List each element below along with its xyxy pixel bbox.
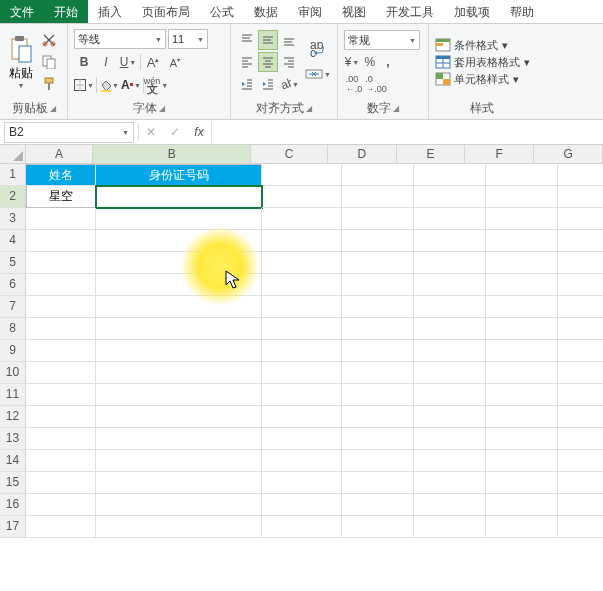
- cell-F8[interactable]: [486, 318, 558, 340]
- column-header-D[interactable]: D: [328, 145, 397, 164]
- cell-F11[interactable]: [486, 384, 558, 406]
- row-header-9[interactable]: 9: [0, 340, 26, 362]
- cell-A13[interactable]: [26, 428, 96, 450]
- cell-G12[interactable]: [558, 406, 603, 428]
- column-header-F[interactable]: F: [465, 145, 534, 164]
- shrink-font-button[interactable]: A▾: [165, 52, 185, 72]
- cell-G8[interactable]: [558, 318, 603, 340]
- cell-F2[interactable]: [486, 186, 558, 208]
- cell-B3[interactable]: [96, 208, 262, 230]
- cell-B17[interactable]: [96, 516, 262, 538]
- cell-F6[interactable]: [486, 274, 558, 296]
- wrap-text-button[interactable]: abc: [305, 40, 331, 60]
- phonetic-button[interactable]: wén文▼: [146, 75, 166, 95]
- row-header-11[interactable]: 11: [0, 384, 26, 406]
- alignment-dialog-launcher[interactable]: ◢: [306, 104, 312, 113]
- cell-G1[interactable]: [558, 164, 603, 186]
- cell-D7[interactable]: [342, 296, 414, 318]
- cell-G11[interactable]: [558, 384, 603, 406]
- cell-C14[interactable]: [262, 450, 342, 472]
- cell-G6[interactable]: [558, 274, 603, 296]
- decrease-indent-button[interactable]: [237, 74, 257, 94]
- merge-center-button[interactable]: ▼: [305, 64, 331, 84]
- cell-G3[interactable]: [558, 208, 603, 230]
- row-header-1[interactable]: 1: [0, 164, 26, 186]
- cell-B9[interactable]: [96, 340, 262, 362]
- row-header-13[interactable]: 13: [0, 428, 26, 450]
- row-header-2[interactable]: 2: [0, 186, 26, 208]
- cell-G5[interactable]: [558, 252, 603, 274]
- cancel-formula-button[interactable]: ✕: [139, 122, 163, 143]
- row-header-5[interactable]: 5: [0, 252, 26, 274]
- cell-E10[interactable]: [414, 362, 486, 384]
- cell-F5[interactable]: [486, 252, 558, 274]
- cells-area[interactable]: 姓名身份证号码星空: [26, 164, 603, 538]
- align-top-button[interactable]: [237, 30, 257, 50]
- cell-C15[interactable]: [262, 472, 342, 494]
- cell-G15[interactable]: [558, 472, 603, 494]
- cell-E17[interactable]: [414, 516, 486, 538]
- cell-D11[interactable]: [342, 384, 414, 406]
- cell-E6[interactable]: [414, 274, 486, 296]
- cell-B13[interactable]: [96, 428, 262, 450]
- cell-C17[interactable]: [262, 516, 342, 538]
- cell-F3[interactable]: [486, 208, 558, 230]
- cell-E7[interactable]: [414, 296, 486, 318]
- cell-D17[interactable]: [342, 516, 414, 538]
- tab-home[interactable]: 开始: [44, 0, 88, 23]
- cell-F1[interactable]: [486, 164, 558, 186]
- cell-D1[interactable]: [342, 164, 414, 186]
- name-box[interactable]: B2▼: [4, 122, 134, 143]
- cell-G10[interactable]: [558, 362, 603, 384]
- align-center-button[interactable]: [258, 52, 278, 72]
- copy-button[interactable]: [38, 52, 60, 72]
- column-header-G[interactable]: G: [534, 145, 603, 164]
- grow-font-button[interactable]: A▴: [143, 52, 163, 72]
- cell-A3[interactable]: [26, 208, 96, 230]
- row-header-7[interactable]: 7: [0, 296, 26, 318]
- tab-view[interactable]: 视图: [332, 0, 376, 23]
- cell-G17[interactable]: [558, 516, 603, 538]
- row-header-15[interactable]: 15: [0, 472, 26, 494]
- cell-F7[interactable]: [486, 296, 558, 318]
- font-dialog-launcher[interactable]: ◢: [159, 104, 165, 113]
- cut-button[interactable]: [38, 30, 60, 50]
- column-header-A[interactable]: A: [26, 145, 93, 164]
- percent-button[interactable]: %: [362, 52, 378, 72]
- cell-E3[interactable]: [414, 208, 486, 230]
- cell-G16[interactable]: [558, 494, 603, 516]
- cell-E9[interactable]: [414, 340, 486, 362]
- cell-C12[interactable]: [262, 406, 342, 428]
- cell-F17[interactable]: [486, 516, 558, 538]
- cell-F15[interactable]: [486, 472, 558, 494]
- align-middle-button[interactable]: [258, 30, 278, 50]
- cell-A11[interactable]: [26, 384, 96, 406]
- cell-B10[interactable]: [96, 362, 262, 384]
- font-color-button[interactable]: A▼: [121, 75, 141, 95]
- borders-button[interactable]: ▼: [74, 75, 94, 95]
- cell-G14[interactable]: [558, 450, 603, 472]
- cell-E13[interactable]: [414, 428, 486, 450]
- cell-B7[interactable]: [96, 296, 262, 318]
- cell-B4[interactable]: [96, 230, 262, 252]
- cell-A12[interactable]: [26, 406, 96, 428]
- tab-file[interactable]: 文件: [0, 0, 44, 23]
- cell-E1[interactable]: [414, 164, 486, 186]
- conditional-format-button[interactable]: 条件格式▾: [435, 38, 530, 53]
- cell-styles-button[interactable]: 单元格样式▾: [435, 72, 530, 87]
- decrease-decimal-button[interactable]: .0→.00: [366, 74, 386, 94]
- cell-E16[interactable]: [414, 494, 486, 516]
- cell-A6[interactable]: [26, 274, 96, 296]
- cell-C5[interactable]: [262, 252, 342, 274]
- cell-A15[interactable]: [26, 472, 96, 494]
- row-header-17[interactable]: 17: [0, 516, 26, 538]
- clipboard-dialog-launcher[interactable]: ◢: [50, 104, 56, 113]
- paste-button[interactable]: 粘贴 ▼: [8, 35, 34, 89]
- row-header-8[interactable]: 8: [0, 318, 26, 340]
- cell-B5[interactable]: [96, 252, 262, 274]
- tab-developer[interactable]: 开发工具: [376, 0, 444, 23]
- cell-B1[interactable]: 身份证号码: [96, 164, 262, 186]
- cell-G2[interactable]: [558, 186, 603, 208]
- cell-F9[interactable]: [486, 340, 558, 362]
- cell-F12[interactable]: [486, 406, 558, 428]
